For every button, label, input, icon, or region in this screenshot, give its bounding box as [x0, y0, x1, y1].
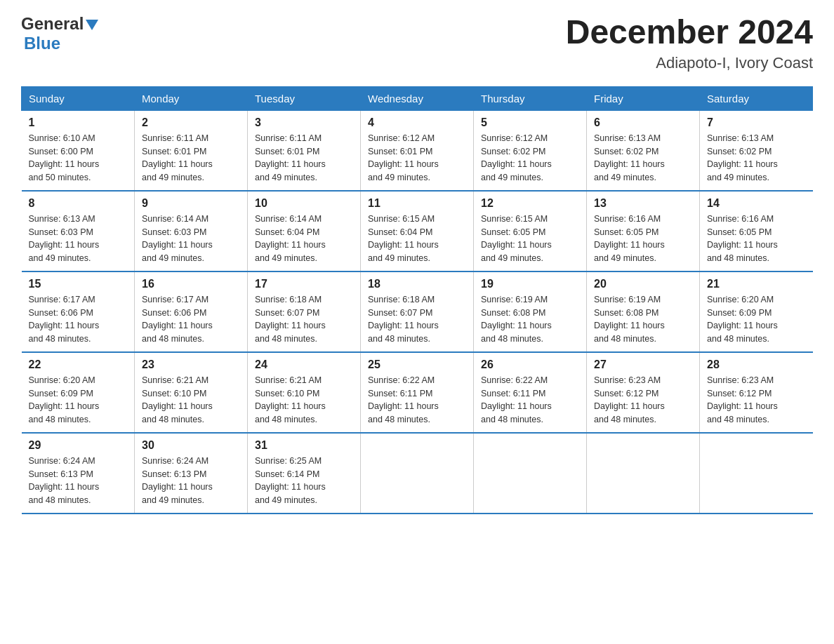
calendar-cell: 21 Sunrise: 6:20 AM Sunset: 6:09 PM Dayl… [700, 271, 813, 352]
month-title: December 2024 [566, 14, 813, 51]
calendar-cell [587, 433, 700, 514]
day-number: 11 [368, 197, 466, 210]
day-info: Sunrise: 6:24 AM Sunset: 6:13 PM Dayligh… [29, 455, 128, 507]
calendar-cell: 27 Sunrise: 6:23 AM Sunset: 6:12 PM Dayl… [587, 352, 700, 433]
title-section: December 2024 Adiapoto-I, Ivory Coast [566, 14, 813, 72]
header-thursday: Thursday [474, 86, 587, 110]
day-number: 17 [255, 278, 353, 290]
day-info: Sunrise: 6:13 AM Sunset: 6:02 PM Dayligh… [594, 132, 692, 185]
logo-arrow-icon [86, 20, 98, 30]
header-row: Sunday Monday Tuesday Wednesday Thursday… [22, 86, 813, 110]
day-number: 27 [594, 358, 692, 371]
calendar-cell: 2 Sunrise: 6:11 AM Sunset: 6:01 PM Dayli… [135, 110, 248, 191]
header-wednesday: Wednesday [361, 86, 474, 110]
day-number: 6 [594, 116, 692, 129]
day-number: 12 [481, 197, 579, 210]
day-info: Sunrise: 6:12 AM Sunset: 6:02 PM Dayligh… [481, 132, 579, 185]
calendar-cell: 24 Sunrise: 6:21 AM Sunset: 6:10 PM Dayl… [248, 352, 361, 433]
calendar-cell: 6 Sunrise: 6:13 AM Sunset: 6:02 PM Dayli… [587, 110, 700, 191]
calendar-cell: 9 Sunrise: 6:14 AM Sunset: 6:03 PM Dayli… [135, 191, 248, 271]
calendar-week-4: 22 Sunrise: 6:20 AM Sunset: 6:09 PM Dayl… [22, 352, 813, 433]
day-number: 18 [368, 278, 466, 290]
calendar-cell: 12 Sunrise: 6:15 AM Sunset: 6:05 PM Dayl… [474, 191, 587, 271]
calendar-cell: 3 Sunrise: 6:11 AM Sunset: 6:01 PM Dayli… [248, 110, 361, 191]
day-number: 22 [29, 358, 128, 371]
calendar-cell: 15 Sunrise: 6:17 AM Sunset: 6:06 PM Dayl… [22, 271, 135, 352]
day-info: Sunrise: 6:24 AM Sunset: 6:13 PM Dayligh… [142, 455, 240, 507]
day-info: Sunrise: 6:22 AM Sunset: 6:11 PM Dayligh… [368, 374, 466, 427]
calendar-cell: 29 Sunrise: 6:24 AM Sunset: 6:13 PM Dayl… [22, 433, 135, 514]
day-number: 15 [29, 278, 128, 290]
header-friday: Friday [587, 86, 700, 110]
page-header: General Blue December 2024 Adiapoto-I, I… [21, 14, 813, 72]
calendar-cell: 25 Sunrise: 6:22 AM Sunset: 6:11 PM Dayl… [361, 352, 474, 433]
day-info: Sunrise: 6:23 AM Sunset: 6:12 PM Dayligh… [594, 374, 692, 427]
calendar-cell: 7 Sunrise: 6:13 AM Sunset: 6:02 PM Dayli… [700, 110, 813, 191]
calendar-cell: 16 Sunrise: 6:17 AM Sunset: 6:06 PM Dayl… [135, 271, 248, 352]
day-number: 20 [594, 278, 692, 290]
calendar-cell [361, 433, 474, 514]
day-info: Sunrise: 6:13 AM Sunset: 6:03 PM Dayligh… [29, 213, 128, 265]
calendar-cell: 11 Sunrise: 6:15 AM Sunset: 6:04 PM Dayl… [361, 191, 474, 271]
day-number: 8 [29, 197, 128, 210]
day-number: 31 [255, 439, 353, 452]
day-number: 19 [481, 278, 579, 290]
day-number: 30 [142, 439, 240, 452]
day-number: 7 [707, 116, 806, 129]
day-info: Sunrise: 6:19 AM Sunset: 6:08 PM Dayligh… [594, 293, 692, 346]
day-info: Sunrise: 6:17 AM Sunset: 6:06 PM Dayligh… [142, 293, 240, 346]
day-number: 2 [142, 116, 240, 129]
day-info: Sunrise: 6:20 AM Sunset: 6:09 PM Dayligh… [707, 293, 806, 346]
day-number: 5 [481, 116, 579, 129]
day-number: 4 [368, 116, 466, 129]
day-number: 24 [255, 358, 353, 371]
logo-blue-text: Blue [24, 34, 60, 53]
day-info: Sunrise: 6:22 AM Sunset: 6:11 PM Dayligh… [481, 374, 579, 427]
calendar-cell: 26 Sunrise: 6:22 AM Sunset: 6:11 PM Dayl… [474, 352, 587, 433]
calendar-cell: 19 Sunrise: 6:19 AM Sunset: 6:08 PM Dayl… [474, 271, 587, 352]
day-info: Sunrise: 6:18 AM Sunset: 6:07 PM Dayligh… [368, 293, 466, 346]
logo-general-text: General [21, 14, 84, 34]
day-info: Sunrise: 6:15 AM Sunset: 6:04 PM Dayligh… [368, 213, 466, 265]
calendar-week-2: 8 Sunrise: 6:13 AM Sunset: 6:03 PM Dayli… [22, 191, 813, 271]
calendar-cell: 8 Sunrise: 6:13 AM Sunset: 6:03 PM Dayli… [22, 191, 135, 271]
day-number: 9 [142, 197, 240, 210]
calendar-cell: 1 Sunrise: 6:10 AM Sunset: 6:00 PM Dayli… [22, 110, 135, 191]
day-number: 29 [29, 439, 128, 452]
calendar-cell: 28 Sunrise: 6:23 AM Sunset: 6:12 PM Dayl… [700, 352, 813, 433]
day-info: Sunrise: 6:20 AM Sunset: 6:09 PM Dayligh… [29, 374, 128, 427]
calendar-cell [700, 433, 813, 514]
location: Adiapoto-I, Ivory Coast [566, 54, 813, 72]
day-number: 1 [29, 116, 128, 129]
calendar-week-5: 29 Sunrise: 6:24 AM Sunset: 6:13 PM Dayl… [22, 433, 813, 514]
calendar-cell: 14 Sunrise: 6:16 AM Sunset: 6:05 PM Dayl… [700, 191, 813, 271]
day-info: Sunrise: 6:14 AM Sunset: 6:03 PM Dayligh… [142, 213, 240, 265]
calendar-table: Sunday Monday Tuesday Wednesday Thursday… [21, 86, 813, 514]
calendar-header: Sunday Monday Tuesday Wednesday Thursday… [22, 86, 813, 110]
day-info: Sunrise: 6:19 AM Sunset: 6:08 PM Dayligh… [481, 293, 579, 346]
day-info: Sunrise: 6:11 AM Sunset: 6:01 PM Dayligh… [142, 132, 240, 185]
day-number: 14 [707, 197, 806, 210]
day-number: 3 [255, 116, 353, 129]
day-info: Sunrise: 6:23 AM Sunset: 6:12 PM Dayligh… [707, 374, 806, 427]
day-info: Sunrise: 6:25 AM Sunset: 6:14 PM Dayligh… [255, 455, 353, 507]
day-info: Sunrise: 6:16 AM Sunset: 6:05 PM Dayligh… [594, 213, 692, 265]
calendar-cell: 31 Sunrise: 6:25 AM Sunset: 6:14 PM Dayl… [248, 433, 361, 514]
day-number: 26 [481, 358, 579, 371]
day-info: Sunrise: 6:11 AM Sunset: 6:01 PM Dayligh… [255, 132, 353, 185]
day-number: 10 [255, 197, 353, 210]
calendar-cell: 5 Sunrise: 6:12 AM Sunset: 6:02 PM Dayli… [474, 110, 587, 191]
day-info: Sunrise: 6:15 AM Sunset: 6:05 PM Dayligh… [481, 213, 579, 265]
calendar-body: 1 Sunrise: 6:10 AM Sunset: 6:00 PM Dayli… [22, 110, 813, 514]
day-number: 25 [368, 358, 466, 371]
calendar-week-3: 15 Sunrise: 6:17 AM Sunset: 6:06 PM Dayl… [22, 271, 813, 352]
day-number: 16 [142, 278, 240, 290]
day-info: Sunrise: 6:16 AM Sunset: 6:05 PM Dayligh… [707, 213, 806, 265]
day-info: Sunrise: 6:21 AM Sunset: 6:10 PM Dayligh… [142, 374, 240, 427]
day-info: Sunrise: 6:13 AM Sunset: 6:02 PM Dayligh… [707, 132, 806, 185]
day-info: Sunrise: 6:21 AM Sunset: 6:10 PM Dayligh… [255, 374, 353, 427]
header-monday: Monday [135, 86, 248, 110]
day-info: Sunrise: 6:12 AM Sunset: 6:01 PM Dayligh… [368, 132, 466, 185]
day-number: 21 [707, 278, 806, 290]
calendar-cell: 22 Sunrise: 6:20 AM Sunset: 6:09 PM Dayl… [22, 352, 135, 433]
